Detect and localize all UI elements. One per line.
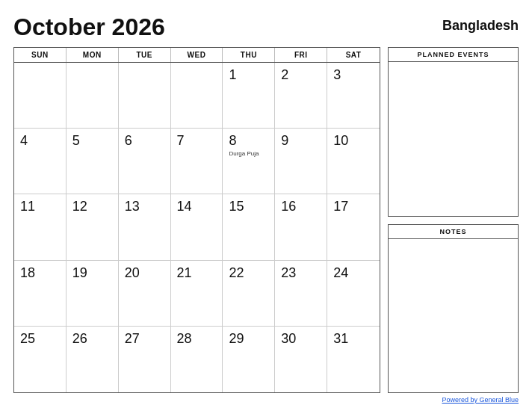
day-cell: 21 (171, 261, 223, 327)
day-cell: 14 (171, 194, 223, 260)
day-header-sat: SAT (327, 48, 380, 62)
planned-events-box: PLANNED EVENTS (388, 47, 519, 217)
day-cell (14, 63, 66, 129)
day-cell: 6 (119, 129, 171, 194)
day-number: 30 (281, 331, 296, 347)
day-number: 29 (229, 331, 244, 347)
day-cell: 4 (14, 129, 66, 194)
day-number: 15 (229, 199, 244, 214)
day-number: 18 (20, 265, 35, 281)
day-number: 5 (72, 133, 80, 149)
day-number: 19 (72, 265, 87, 281)
day-cell (119, 63, 171, 129)
day-cell: 18 (14, 261, 66, 327)
day-cell: 15 (223, 194, 275, 260)
day-cell: 9 (275, 129, 327, 194)
day-cell: 1 (223, 63, 275, 129)
planned-events-header: PLANNED EVENTS (389, 48, 518, 62)
header: October 2026 Bangladesh (13, 13, 519, 41)
day-header-thu: THU (223, 48, 275, 62)
day-cell: 20 (119, 261, 171, 327)
day-number: 28 (177, 331, 192, 347)
calendar-section: SUNMONTUEWEDTHUFRISAT 12345678Durga Puja… (13, 47, 380, 393)
notes-header: NOTES (389, 225, 518, 239)
day-number: 16 (281, 199, 296, 214)
day-number: 9 (281, 133, 288, 149)
day-cell: 28 (171, 327, 223, 392)
day-cell: 24 (327, 261, 380, 327)
day-number: 31 (333, 331, 348, 347)
day-number: 21 (177, 265, 192, 281)
day-cell: 17 (327, 194, 380, 260)
sidebar: PLANNED EVENTS NOTES (388, 47, 519, 393)
day-number: 8 (229, 133, 236, 149)
day-cell (66, 63, 119, 129)
day-header-fri: FRI (275, 48, 327, 62)
main-area: SUNMONTUEWEDTHUFRISAT 12345678Durga Puja… (13, 47, 519, 393)
powered-by-link[interactable]: Powered by General Blue (442, 396, 519, 404)
day-cell: 13 (119, 194, 171, 260)
day-cell: 30 (275, 327, 327, 392)
day-header-mon: MON (66, 48, 119, 62)
day-cell: 8Durga Puja (223, 129, 275, 194)
day-cell: 10 (327, 129, 380, 194)
day-cell: 12 (66, 194, 119, 260)
day-number: 10 (333, 133, 348, 149)
day-cell: 25 (14, 327, 66, 392)
day-cell: 19 (66, 261, 119, 327)
notes-content (389, 239, 518, 393)
day-number: 6 (125, 133, 132, 149)
day-cell: 7 (171, 129, 223, 194)
day-cell: 5 (66, 129, 119, 194)
day-cell: 16 (275, 194, 327, 260)
day-number: 12 (72, 199, 87, 214)
day-number: 23 (281, 265, 296, 281)
day-cell: 26 (66, 327, 119, 392)
planned-events-content (389, 62, 518, 216)
day-number: 17 (333, 199, 348, 214)
country-label: Bangladesh (442, 18, 519, 34)
day-number: 2 (281, 67, 288, 83)
day-number: 26 (72, 331, 87, 347)
day-number: 3 (333, 67, 341, 83)
day-cell (171, 63, 223, 129)
day-cell: 29 (223, 327, 275, 392)
footer: Powered by General Blue (13, 396, 519, 404)
day-number: 20 (125, 265, 140, 281)
day-header-wed: WED (171, 48, 223, 62)
page: October 2026 Bangladesh SUNMONTUEWEDTHUF… (0, 0, 532, 411)
day-number: 14 (177, 199, 192, 214)
day-cell: 11 (14, 194, 66, 260)
event-label: Durga Puja (229, 150, 259, 157)
day-headers: SUNMONTUEWEDTHUFRISAT (14, 48, 380, 63)
day-cell: 27 (119, 327, 171, 392)
day-cell: 3 (327, 63, 380, 129)
day-number: 7 (177, 133, 185, 149)
page-title: October 2026 (13, 13, 165, 41)
day-number: 1 (229, 67, 236, 83)
day-number: 25 (20, 331, 35, 347)
day-cell: 2 (275, 63, 327, 129)
day-number: 4 (20, 133, 28, 149)
day-header-sun: SUN (14, 48, 66, 62)
day-cell: 22 (223, 261, 275, 327)
day-number: 24 (333, 265, 348, 281)
notes-box: NOTES (388, 224, 519, 394)
day-number: 27 (125, 331, 140, 347)
day-number: 11 (20, 199, 35, 214)
calendar-grid: 12345678Durga Puja9101112131415161718192… (14, 63, 380, 392)
day-cell: 23 (275, 261, 327, 327)
day-number: 22 (229, 265, 244, 281)
day-cell: 31 (327, 327, 380, 392)
day-header-tue: TUE (119, 48, 171, 62)
day-number: 13 (125, 199, 140, 214)
